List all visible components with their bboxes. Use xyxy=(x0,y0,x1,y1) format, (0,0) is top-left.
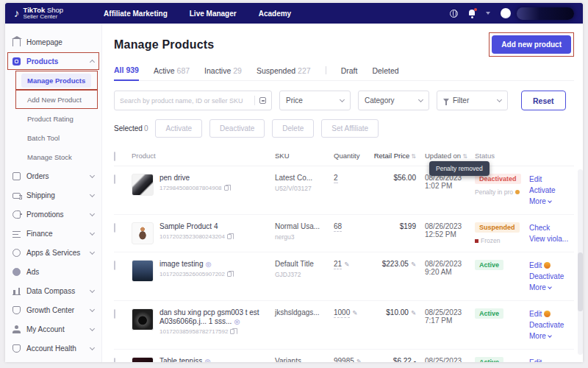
tiktok-shop-logo[interactable]: ♪ TikTok Shop Seller Center xyxy=(14,7,63,20)
scrollbar-track[interactable] xyxy=(578,169,583,355)
column-updated-on: Updated on xyxy=(425,152,461,160)
edit-pencil-icon[interactable]: ✎ xyxy=(344,261,349,268)
more-link[interactable]: More xyxy=(529,282,572,293)
row-checkbox[interactable] xyxy=(114,309,115,319)
deactivate-link[interactable]: Deactivate xyxy=(529,271,572,282)
tab-suspended[interactable]: Suspended227 xyxy=(257,66,311,80)
search-box[interactable] xyxy=(114,91,272,110)
activate-link[interactable]: Activate xyxy=(529,185,572,196)
sidebar-item-my-account[interactable]: My Account xyxy=(5,319,101,339)
bell-icon[interactable] xyxy=(468,10,476,17)
tab-deleted[interactable]: Deleted xyxy=(372,66,398,80)
edit-pencil-icon[interactable]: ✎ xyxy=(411,261,416,268)
tab-all[interactable]: All939 xyxy=(114,66,139,81)
visibility-icon[interactable]: ◎ xyxy=(204,358,210,362)
app-window: ♪ TikTok Shop Seller Center Affiliate Ma… xyxy=(5,3,583,362)
quantity-value[interactable]: 21 xyxy=(334,260,342,269)
sort-icon[interactable]: ⇅ xyxy=(462,153,467,160)
deactivate-button[interactable]: Deactivate xyxy=(209,119,265,138)
updated-date: 08/26/2023 xyxy=(425,222,475,230)
copy-icon[interactable] xyxy=(227,234,232,239)
sidebar-item-shipping[interactable]: Shipping xyxy=(5,185,101,205)
sidebar-item-batch-tool[interactable]: Batch Tool xyxy=(5,128,101,147)
more-link[interactable]: More xyxy=(529,330,572,342)
reset-button[interactable]: Reset xyxy=(521,91,566,110)
quantity-value[interactable]: 99985 xyxy=(334,357,354,362)
globe-icon[interactable] xyxy=(450,10,458,18)
edit-link[interactable]: Edit xyxy=(529,357,572,362)
product-name[interactable]: pen drive xyxy=(159,174,229,183)
selected-count: 0 xyxy=(144,124,148,132)
tab-inactive[interactable]: Inactive29 xyxy=(204,66,242,80)
edit-pencil-icon[interactable]: ✎ xyxy=(411,309,416,316)
product-thumbnail[interactable] xyxy=(132,308,154,330)
updated-time: 12:52 PM xyxy=(425,230,475,238)
sidebar-item-orders[interactable]: Orders xyxy=(5,166,101,185)
product-name[interactable]: Table tenniss xyxy=(159,357,202,362)
activate-button[interactable]: Activate xyxy=(155,119,202,138)
copy-icon[interactable] xyxy=(230,329,234,334)
copy-icon[interactable] xyxy=(224,185,229,191)
sidebar-item-products[interactable]: Products xyxy=(5,52,101,71)
sidebar-item-promotions[interactable]: Promotions xyxy=(5,205,101,224)
check-link[interactable]: Check xyxy=(529,222,572,233)
product-thumbnail[interactable] xyxy=(132,260,154,282)
edit-link[interactable]: Edit xyxy=(529,260,572,271)
select-all-checkbox[interactable] xyxy=(114,152,115,161)
product-name[interactable]: Sample Product 4 xyxy=(159,222,232,231)
product-name[interactable]: image testing xyxy=(159,260,203,268)
search-input[interactable] xyxy=(120,97,250,105)
sidebar-item-account-health[interactable]: Account Health xyxy=(5,339,101,358)
filter-dropdown[interactable]: Filter xyxy=(437,91,508,110)
main-content: Manage Products Add new product All939 A… xyxy=(102,24,583,362)
sidebar-item-homepage[interactable]: Homepage xyxy=(5,32,101,52)
sidebar-item-finance[interactable]: Finance xyxy=(5,224,101,243)
category-dropdown[interactable]: Category xyxy=(358,91,429,110)
product-thumbnail[interactable] xyxy=(132,174,154,196)
nav-academy[interactable]: Academy xyxy=(259,10,291,18)
deactivate-link[interactable]: Deactivate xyxy=(529,319,572,330)
image-search-icon[interactable] xyxy=(259,97,266,104)
product-thumbnail[interactable] xyxy=(132,357,154,362)
sidebar-item-apps-services[interactable]: Apps & Services xyxy=(5,243,101,262)
visibility-icon[interactable]: ◎ xyxy=(205,261,211,268)
quantity-value[interactable]: 1000 xyxy=(334,308,350,318)
nav-affiliate-marketing[interactable]: Affiliate Marketing xyxy=(104,10,168,18)
edit-pencil-icon[interactable]: ✎ xyxy=(356,358,362,362)
edit-link[interactable]: Edit xyxy=(529,308,572,319)
nav-live-manager[interactable]: Live Manager xyxy=(190,10,237,18)
tab-active[interactable]: Active687 xyxy=(154,66,190,80)
row-checkbox[interactable] xyxy=(114,223,115,233)
scrollbar-thumb[interactable] xyxy=(578,252,583,311)
product-thumbnail[interactable] xyxy=(132,222,154,244)
sort-icon[interactable]: ⇅ xyxy=(411,153,416,160)
quantity-value[interactable]: 68 xyxy=(334,222,342,232)
visibility-icon[interactable]: ◎ xyxy=(234,318,240,325)
avatar[interactable] xyxy=(501,8,511,18)
sidebar-item-ads[interactable]: Ads xyxy=(5,262,101,281)
edit-link[interactable]: Edit xyxy=(529,174,572,185)
chevron-down-icon[interactable] xyxy=(486,12,490,15)
tab-separator xyxy=(326,66,326,74)
set-affiliate-button[interactable]: Set Affiliate xyxy=(321,119,379,138)
price-dropdown[interactable]: Price xyxy=(279,91,351,110)
row-checkbox[interactable] xyxy=(114,174,115,184)
status-badge: Active xyxy=(475,260,503,270)
sidebar-item-growth-center[interactable]: Growth Center xyxy=(5,300,101,319)
product-name[interactable]: dan shu xing pcp gsm003 t est A03s6066p.… xyxy=(159,308,259,325)
more-link[interactable]: More xyxy=(529,196,572,207)
edit-pencil-icon[interactable]: ✎ xyxy=(352,309,357,316)
row-checkbox[interactable] xyxy=(114,261,115,270)
sidebar-item-add-new-product[interactable]: Add New Product xyxy=(5,90,101,109)
sidebar-item-product-rating[interactable]: Product Rating xyxy=(5,109,101,128)
copy-icon[interactable] xyxy=(227,272,232,277)
tab-draft[interactable]: Draft xyxy=(341,66,358,80)
sidebar-item-manage-stock[interactable]: Manage Stock xyxy=(5,147,101,166)
sidebar-item-data-compass[interactable]: Data Compass xyxy=(5,281,101,300)
view-violation-link[interactable]: View viola... xyxy=(529,233,572,244)
quantity-value[interactable]: 2 xyxy=(334,174,338,183)
delete-button[interactable]: Delete xyxy=(272,119,314,138)
sidebar-item-manage-products[interactable]: Manage Products xyxy=(5,71,101,90)
row-checkbox[interactable] xyxy=(114,358,115,362)
add-new-product-button[interactable]: Add new product xyxy=(492,35,571,54)
